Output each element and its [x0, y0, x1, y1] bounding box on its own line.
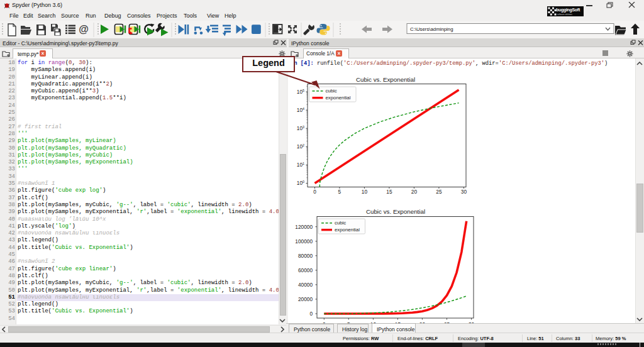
svg-text:120000: 120000 [295, 224, 313, 230]
svg-text:80000: 80000 [298, 253, 313, 259]
svg-text:15: 15 [395, 321, 401, 324]
svg-text:exponential: exponential [335, 227, 360, 233]
svg-text:20000: 20000 [298, 296, 313, 302]
svg-text:60000: 60000 [298, 267, 313, 273]
svg-text:102: 102 [297, 143, 304, 150]
svg-text:10: 10 [362, 189, 368, 195]
svg-text:5: 5 [347, 321, 350, 324]
svg-text:Cubic vs. Exponential: Cubic vs. Exponential [366, 208, 425, 215]
svg-text:20: 20 [419, 321, 426, 324]
svg-text:100: 100 [297, 180, 304, 186]
svg-text:0: 0 [313, 189, 316, 195]
svg-text:20: 20 [411, 189, 418, 195]
svg-text:101: 101 [297, 162, 304, 168]
svg-text:30: 30 [461, 189, 467, 195]
svg-text:100000: 100000 [295, 238, 313, 245]
svg-text:15: 15 [386, 189, 392, 195]
svg-text:104: 104 [297, 107, 304, 113]
svg-text:@: @ [79, 24, 89, 35]
svg-text:40000: 40000 [298, 282, 313, 288]
svg-text:0: 0 [309, 311, 313, 317]
svg-text:30: 30 [469, 321, 475, 324]
svg-text:103: 103 [297, 125, 304, 131]
svg-text:cubic: cubic [335, 220, 346, 226]
svg-text:C:\Users\adminping: C:\Users\adminping [410, 26, 453, 32]
svg-text:10: 10 [370, 321, 377, 324]
svg-text:5: 5 [338, 189, 341, 195]
svg-text:25: 25 [444, 321, 450, 324]
svg-text:25: 25 [436, 189, 442, 195]
svg-text:0: 0 [323, 321, 326, 324]
svg-text:Cubic vs. Exponential: Cubic vs. Exponential [356, 76, 415, 83]
